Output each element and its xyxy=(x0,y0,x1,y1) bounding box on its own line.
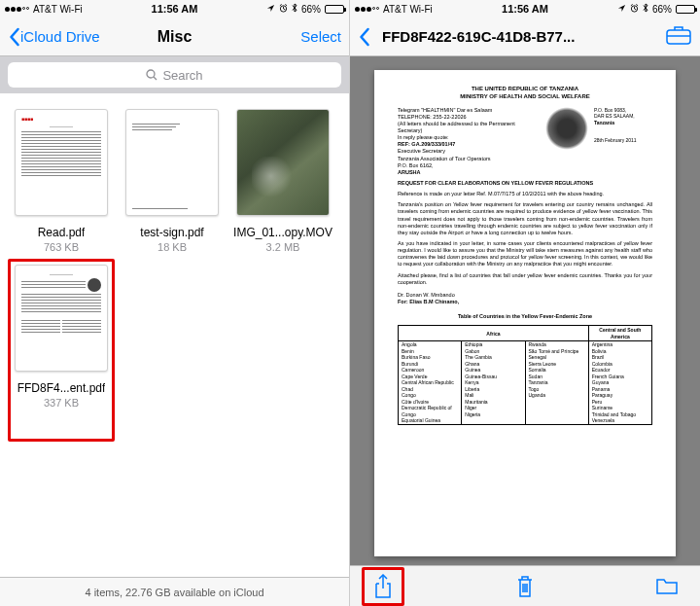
phone-document-viewer: AT&T Wi-Fi 11:56 AM 66% FFD8F422-619C-41… xyxy=(350,0,700,606)
table-cell: ArgentinaBoliviaBrazilColombiaEcuadorFre… xyxy=(588,341,651,425)
doc-telegram: Telegram "HEALTHMIN" Dar es Salaam xyxy=(398,107,540,114)
select-button[interactable]: Select xyxy=(300,28,341,45)
back-button[interactable]: iCloud Drive xyxy=(8,27,100,47)
bluetooth-icon xyxy=(292,3,298,15)
folder-button[interactable] xyxy=(651,571,682,602)
file-thumbnail: ■■■■ —————— xyxy=(15,109,108,216)
document-title: FFD8F422-619C-41D8-B77... xyxy=(382,28,665,45)
table-cell: AngolaBeninBurkina FasoBurundiCameroonCa… xyxy=(399,341,462,425)
toolbox-button[interactable] xyxy=(665,24,692,50)
doc-subject: REQUEST FOR CLEAR ELABORATIONS ON YELLOW… xyxy=(398,180,652,187)
status-bar: AT&T Wi-Fi 11:56 AM 66% xyxy=(350,0,700,18)
file-name: FFD8F4...ent.pdf xyxy=(18,381,106,395)
doc-reply: In reply please quote: xyxy=(398,134,540,141)
search-placeholder: Search xyxy=(162,68,202,83)
bottom-toolbar xyxy=(350,565,700,606)
carrier-label: AT&T Wi-Fi xyxy=(383,4,433,15)
footer-status: 4 items, 22.76 GB available on iCloud xyxy=(0,577,349,606)
file-name: IMG_01...opy.MOV xyxy=(233,226,332,239)
signal-dots-icon xyxy=(355,7,379,12)
alarm-icon xyxy=(630,4,639,15)
file-grid: ■■■■ —————— Read.pdf 763 KB test-sign.pd… xyxy=(0,93,349,577)
status-time: 11:56 AM xyxy=(152,3,198,15)
back-button[interactable] xyxy=(358,27,370,47)
carrier-label: AT&T Wi-Fi xyxy=(33,4,83,15)
table-header-africa: Africa xyxy=(399,326,589,341)
doc-para: As you have indicated in your letter, in… xyxy=(398,240,652,268)
bluetooth-icon xyxy=(643,3,648,15)
phone-icloud-drive: AT&T Wi-Fi 11:56 AM 66% iCloud Drive Mis… xyxy=(0,0,350,606)
toolbox-icon xyxy=(665,24,692,46)
document-preview[interactable]: THE UNITED REPUBLIC OF TANZANIA MINISTRY… xyxy=(350,56,700,565)
delete-button[interactable] xyxy=(509,571,541,602)
nav-bar-left: iCloud Drive Misc Select xyxy=(0,18,349,56)
doc-sign2: For: Elias B.M Chinamo, xyxy=(398,299,652,305)
share-icon xyxy=(373,574,393,599)
trash-icon xyxy=(515,575,535,598)
document-page: THE UNITED REPUBLIC OF TANZANIA MINISTRY… xyxy=(374,70,676,556)
nav-title: Misc xyxy=(158,28,192,46)
battery-icon xyxy=(676,5,695,14)
svg-point-1 xyxy=(147,70,155,78)
battery-icon xyxy=(325,5,344,14)
doc-addr: (All letters should be addressed to the … xyxy=(398,121,540,134)
file-name: Read.pdf xyxy=(38,226,86,239)
table-header-america: Central and South America xyxy=(588,326,651,341)
doc-exec: Executive Secretary xyxy=(398,148,540,155)
search-icon xyxy=(146,69,158,81)
chevron-left-icon xyxy=(8,27,20,47)
doc-city: ARUSHA xyxy=(398,169,540,176)
doc-header1: THE UNITED REPUBLIC OF TANZANIA xyxy=(398,86,652,93)
file-name: test-sign.pdf xyxy=(140,226,203,239)
location-icon xyxy=(266,4,275,15)
chevron-left-icon xyxy=(358,27,370,47)
folder-icon xyxy=(655,577,679,596)
doc-telephone: TELEPHONE: 255-22-22026 xyxy=(398,114,540,121)
alarm-icon xyxy=(279,4,288,15)
share-button[interactable] xyxy=(368,571,399,602)
doc-para: Attached please, find a list of countrie… xyxy=(398,272,652,286)
signal-dots-icon xyxy=(5,7,29,12)
file-item[interactable]: ■■■■ —————— Read.pdf 763 KB xyxy=(10,109,113,253)
file-size: 3.2 MB xyxy=(266,241,300,253)
file-thumbnail xyxy=(236,109,330,216)
location-icon xyxy=(617,4,626,15)
doc-ref: REF: GA.209/333/01/47 xyxy=(398,141,540,148)
search-bar: Search xyxy=(0,56,349,93)
doc-pobox: P.O. Box 6162, xyxy=(398,162,540,169)
doc-table: Africa Central and South America AngolaB… xyxy=(398,325,652,425)
file-item[interactable]: IMG_01...opy.MOV 3.2 MB xyxy=(231,109,334,253)
status-time: 11:56 AM xyxy=(502,3,548,15)
table-cell: RwandaSão Tomé and PríncipeSenegalSierra… xyxy=(525,341,588,425)
battery-pct: 66% xyxy=(301,4,321,15)
file-size: 763 KB xyxy=(44,241,79,253)
nav-bar-right: FFD8F422-619C-41D8-B77... xyxy=(350,18,700,56)
file-size: 337 KB xyxy=(44,397,79,409)
file-thumbnail xyxy=(125,109,219,216)
coat-of-arms-icon xyxy=(545,107,588,150)
file-item[interactable]: test-sign.pdf 18 KB xyxy=(121,109,224,253)
doc-table-title: Table of Countries in the Yellow Fever-E… xyxy=(398,313,652,320)
doc-date: 28th February 2011 xyxy=(594,137,652,144)
file-item-selected[interactable]: —————— FFD8F4...ent.pdf 337 KB xyxy=(10,265,113,409)
doc-assoc: Tanzania Association of Tour Operators xyxy=(398,156,540,162)
status-bar: AT&T Wi-Fi 11:56 AM 66% xyxy=(0,0,349,18)
doc-para: Reference is made on your letter Ref. M.… xyxy=(398,191,652,197)
doc-sign1: Dr. Donan W. Mmbando xyxy=(398,292,652,299)
file-thumbnail: —————— xyxy=(15,265,108,372)
doc-para: Tanzania's position on Yellow fever requ… xyxy=(398,201,652,236)
table-cell: EthiopiaGabonThe GambiaGhanaGuineaGuinea… xyxy=(462,341,525,425)
battery-pct: 66% xyxy=(652,4,672,15)
search-input[interactable]: Search xyxy=(8,62,341,88)
back-label: iCloud Drive xyxy=(20,28,100,45)
doc-header2: MINISTRY OF HEALTH AND SOCIAL WELFARE xyxy=(398,93,652,101)
doc-addr-right3: Tanzania xyxy=(594,120,652,126)
svg-rect-3 xyxy=(667,30,690,44)
file-size: 18 KB xyxy=(158,241,187,253)
